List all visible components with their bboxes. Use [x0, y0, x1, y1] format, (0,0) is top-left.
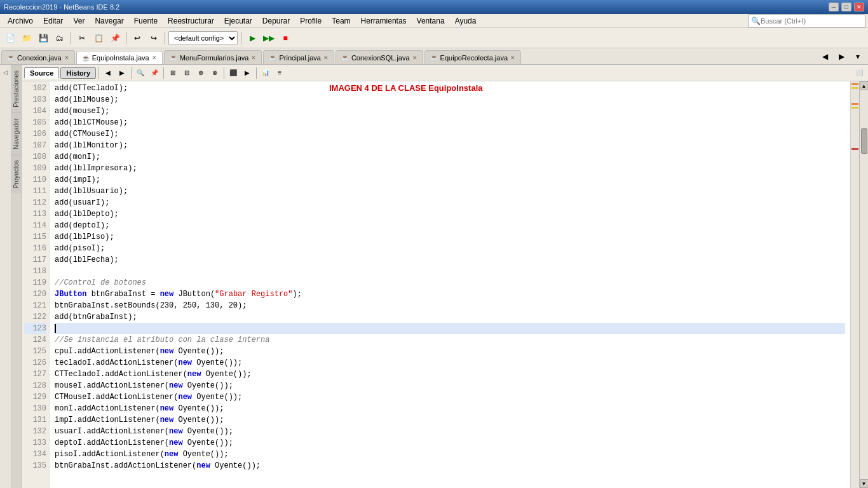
tab-principal[interactable]: ☕ Principal.java ✕ — [263, 50, 334, 64]
ed-sep-5 — [256, 67, 257, 79]
tab-close[interactable]: ✕ — [251, 55, 256, 61]
code-line-123[interactable] — [55, 323, 845, 334]
menubar: Archivo Editar Ver Navegar Fuente Reestr… — [0, 14, 868, 28]
vertical-scrollbar[interactable]: ▲ ▼ — [859, 81, 868, 488]
ed-lines[interactable]: ≡ — [273, 67, 286, 79]
back-button[interactable]: ◀ — [102, 67, 114, 79]
tab-label: ConexionSQL.java — [351, 54, 410, 62]
tab-close[interactable]: ✕ — [412, 55, 417, 61]
cut-button[interactable]: ✂ — [74, 30, 90, 46]
scroll-thumb[interactable] — [861, 128, 867, 154]
menu-herramientas[interactable]: Herramientas — [356, 15, 412, 27]
sidebar-toggle[interactable]: ◁ — [1, 67, 11, 78]
minimize-button[interactable]: ─ — [829, 3, 839, 11]
save-button[interactable]: 💾 — [36, 30, 51, 46]
tab-close[interactable]: ✕ — [323, 55, 329, 61]
scroll-down-button[interactable]: ▼ — [860, 479, 869, 488]
line-num: 120 — [24, 288, 46, 300]
menu-depurar[interactable]: Depurar — [257, 15, 295, 27]
code-line-115: add(lblPiso); — [55, 231, 845, 243]
marker-orange-2 — [851, 103, 858, 105]
ed-action-1[interactable]: ⊞ — [166, 67, 179, 79]
panel-navegador[interactable]: Navegador — [11, 112, 21, 154]
config-dropdown[interactable]: <default config> — [168, 31, 238, 45]
code-line-107: add(lblMonitor); — [55, 140, 845, 151]
menu-editar[interactable]: Editar — [38, 15, 68, 27]
tab-close[interactable]: ✕ — [152, 55, 157, 61]
tab-close[interactable]: ✕ — [510, 55, 515, 61]
ed-action-2[interactable]: ⊟ — [180, 67, 193, 79]
code-editor[interactable]: IMAGEN 4 DE LA CLASE EquipoInstala add(C… — [50, 81, 850, 488]
fwd-button[interactable]: ▶ — [116, 67, 128, 79]
search-bar[interactable]: 🔍 — [748, 14, 865, 28]
tab-equipoinstala[interactable]: ☕ EquipoInstala.java ✕ — [76, 51, 163, 65]
code-line-132: usuarI.addActionListener(new Oyente()); — [55, 426, 845, 437]
tab-close[interactable]: ✕ — [64, 55, 69, 61]
paste-button[interactable]: 📌 — [107, 30, 123, 46]
line-num: 103 — [24, 94, 46, 105]
tab-menuformularios[interactable]: ☕ MenuFormularios.java ✕ — [164, 50, 262, 64]
ed-chart[interactable]: 📊 — [259, 67, 272, 79]
menu-profile[interactable]: Profile — [295, 15, 327, 27]
new-button[interactable]: 📄 — [3, 30, 18, 46]
scroll-tabs-right[interactable]: ▶ — [834, 49, 849, 64]
line-num: 106 — [24, 128, 46, 140]
redo-button[interactable]: ↪ — [146, 30, 161, 46]
code-line-125: cpuI.addActionListener(new Oyente()); — [55, 346, 845, 357]
debug-button[interactable]: ▶▶ — [261, 30, 276, 46]
menu-fuente[interactable]: Fuente — [129, 15, 163, 27]
history-tab[interactable]: History — [60, 67, 96, 79]
close-button[interactable]: ✕ — [854, 3, 864, 11]
ed-run2[interactable]: ▶ — [241, 67, 254, 79]
source-tab[interactable]: Source — [24, 67, 59, 79]
scroll-tabs-left[interactable]: ◀ — [817, 49, 832, 64]
menu-navegar[interactable]: Navegar — [90, 15, 128, 27]
copy-button[interactable]: 📋 — [91, 30, 106, 46]
marker-red-1 — [851, 148, 858, 150]
code-line-103: add(lblMouse); — [55, 94, 845, 105]
menu-ventana[interactable]: Ventana — [412, 15, 450, 27]
tabs-menu[interactable]: ▾ — [850, 49, 865, 64]
open-button[interactable]: 📁 — [19, 30, 34, 46]
code-line-106: add(CTMouseI); — [55, 128, 845, 140]
code-line-120: JButton btnGrabaInst = new JButton("Grab… — [55, 288, 845, 300]
stop-button[interactable]: ■ — [278, 30, 293, 46]
menu-team[interactable]: Team — [327, 15, 355, 27]
code-line-113: add(lblDepto); — [55, 208, 845, 220]
maximize-editor[interactable]: ⬜ — [853, 67, 865, 79]
panel-proyectos[interactable]: Proyectos — [11, 154, 21, 193]
toggle-annotations[interactable]: 📌 — [148, 67, 161, 79]
code-line-119: //Control de botones — [55, 277, 845, 288]
menu-ayuda[interactable]: Ayuda — [450, 15, 482, 27]
save-all-button[interactable]: 🗂 — [52, 30, 67, 46]
tab-conexionsql[interactable]: ☕ ConexionSQL.java ✕ — [336, 50, 423, 64]
menu-reestructurar[interactable]: Reestructurar — [163, 15, 219, 27]
code-line-135: btnGrabaInst.addActionListener(new Oyent… — [55, 460, 845, 471]
menu-ejecutar[interactable]: Ejecutar — [219, 15, 257, 27]
line-num: 107 — [24, 140, 46, 151]
panel-prestaciones[interactable]: Prestaciones — [11, 65, 21, 112]
toolbar-sep-2 — [126, 32, 126, 44]
line-num: 110 — [24, 174, 46, 186]
line-num: 116 — [24, 243, 46, 254]
scroll-track[interactable] — [860, 90, 868, 479]
line-num: 122 — [24, 311, 46, 323]
line-num: 124 — [24, 334, 46, 346]
search-input[interactable] — [761, 17, 862, 25]
left-sidebar: ◁ — [0, 65, 11, 488]
tab-conexion[interactable]: ☕ Conexion.java ✕ — [1, 50, 75, 64]
line-num: 121 — [24, 300, 46, 311]
tab-equiporecolecta[interactable]: ☕ EquipoRecolecta.java ✕ — [424, 50, 521, 64]
toggle-bookmarks[interactable]: 🔍 — [134, 67, 147, 79]
ed-run[interactable]: ⬛ — [227, 67, 240, 79]
menu-archivo[interactable]: Archivo — [3, 15, 38, 27]
tab-icon: ☕ — [170, 54, 177, 61]
scroll-up-button[interactable]: ▲ — [860, 81, 869, 90]
ed-action-4[interactable]: ⊗ — [208, 67, 221, 79]
menu-ver[interactable]: Ver — [68, 15, 90, 27]
maximize-button[interactable]: □ — [841, 3, 851, 11]
undo-button[interactable]: ↩ — [130, 30, 145, 46]
editor-toolbar: Source History ◀ ▶ 🔍 📌 ⊞ ⊟ ⊕ ⊗ ⬛ ▶ 📊 ≡ ⬜ — [22, 65, 868, 81]
run-button[interactable]: ▶ — [245, 30, 260, 46]
ed-action-3[interactable]: ⊕ — [194, 67, 207, 79]
